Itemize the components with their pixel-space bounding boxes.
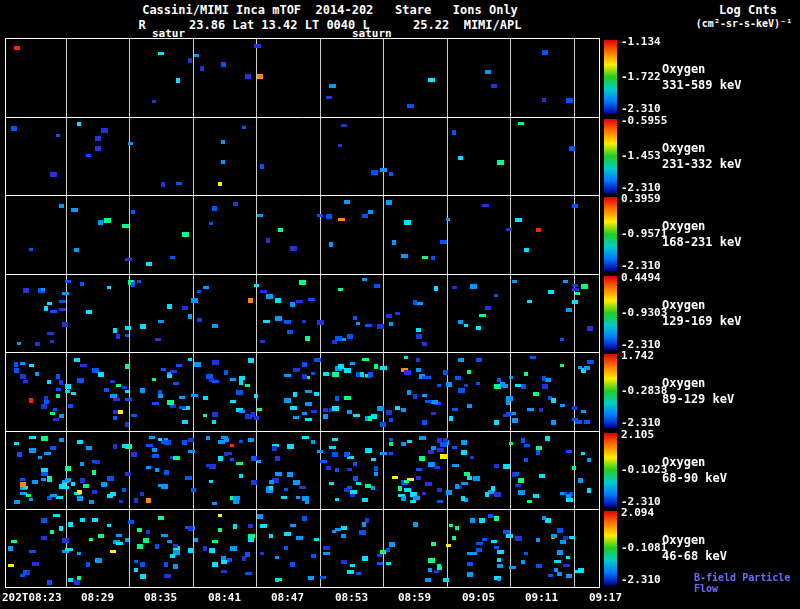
species-label: Oxygen <box>662 219 705 233</box>
time-axis-label: 08:47 <box>271 591 304 604</box>
energy-range-label: 68-90 keV <box>662 471 727 485</box>
colorbar <box>604 119 617 193</box>
colorbar-max-label: 0.3959 <box>621 192 661 205</box>
energy-range-label: 89-129 keV <box>662 392 734 406</box>
legend-title: Log Cnts <box>698 3 798 17</box>
time-axis-label: 09:05 <box>462 591 495 604</box>
colorbar <box>604 433 617 507</box>
energy-range-label: 331-589 keV <box>662 78 741 92</box>
panel-row: -1.134 -1.722 -2.310 Oxygen 331-589 keV <box>0 38 800 117</box>
time-axis-label: 08:59 <box>398 591 431 604</box>
colorbar-mid-label: -0.9303 <box>621 306 667 319</box>
page-subtitle: R 23.86 Lat 13.42 LT 0040 L 25.22 MIMI/A… <box>0 18 660 32</box>
energy-range-label: 231-332 keV <box>662 157 741 171</box>
colorbar-max-label: 2.094 <box>621 506 654 519</box>
panel-row: 1.742 -0.2838 -2.310 Oxygen 89-129 keV <box>0 352 800 431</box>
panel-row: 0.3959 -0.9571 -2.310 Oxygen 168-231 keV <box>0 195 800 274</box>
species-label: Oxygen <box>662 62 705 76</box>
energy-range-label: 168-231 keV <box>662 235 741 249</box>
colorbar-mid-label: -0.2838 <box>621 384 667 397</box>
colorbar <box>604 511 617 585</box>
species-label: Oxygen <box>662 533 705 547</box>
time-axis-label: 09:17 <box>589 591 622 604</box>
time-axis-label: 08:35 <box>144 591 177 604</box>
energy-range-label: 129-169 keV <box>662 314 741 328</box>
species-label: Oxygen <box>662 455 705 469</box>
species-label: Oxygen <box>662 376 705 390</box>
colorbar-max-label: 1.742 <box>621 349 654 362</box>
species-label: Oxygen <box>662 298 705 312</box>
legend-units: (cm²-sr-s-keV)⁻¹ <box>688 18 800 29</box>
time-axis-label: 08:53 <box>335 591 368 604</box>
time-axis-label: 202T08:23 <box>2 591 62 604</box>
colorbar-mid-label: -0.1081 <box>621 541 667 554</box>
colorbar <box>604 354 617 428</box>
colorbar-max-label: -1.134 <box>621 35 661 48</box>
species-label: Oxygen <box>662 141 705 155</box>
spectrogram-screen: Cassini/MIMI Inca mTOF 2014-202 Stare Io… <box>0 0 800 609</box>
page-title: Cassini/MIMI Inca mTOF 2014-202 Stare Io… <box>0 3 660 17</box>
time-axis-label: 08:29 <box>81 591 114 604</box>
energy-range-label: 46-68 keV <box>662 549 727 563</box>
panel-row: 2.094 -0.1081 -2.310 Oxygen 46-68 keV <box>0 509 800 588</box>
panel-row: -0.5955 -1.453 -2.310 Oxygen 231-332 keV <box>0 117 800 196</box>
time-axis-label: 09:11 <box>525 591 558 604</box>
colorbar-mid-label: -1.453 <box>621 149 661 162</box>
panel-row: 0.4494 -0.9303 -2.310 Oxygen 129-169 keV <box>0 274 800 353</box>
colorbar-max-label: 2.105 <box>621 428 654 441</box>
time-axis-label: 08:41 <box>208 591 241 604</box>
colorbar <box>604 276 617 350</box>
colorbar-max-label: -0.5955 <box>621 114 667 127</box>
time-axis: 202T08:23 08:29 08:35 08:41 08:47 08:53 … <box>0 591 800 606</box>
colorbar <box>604 40 617 114</box>
colorbar-mid-label: -1.722 <box>621 70 661 83</box>
colorbar <box>604 197 617 271</box>
colorbar-max-label: 0.4494 <box>621 271 661 284</box>
colorbar-min-label: -2.310 <box>621 573 661 586</box>
panel-row: 2.105 -0.1023 -2.310 Oxygen 68-90 keV <box>0 431 800 510</box>
colorbar-mid-label: -0.1023 <box>621 463 667 476</box>
colorbar-mid-label: -0.9571 <box>621 227 667 240</box>
